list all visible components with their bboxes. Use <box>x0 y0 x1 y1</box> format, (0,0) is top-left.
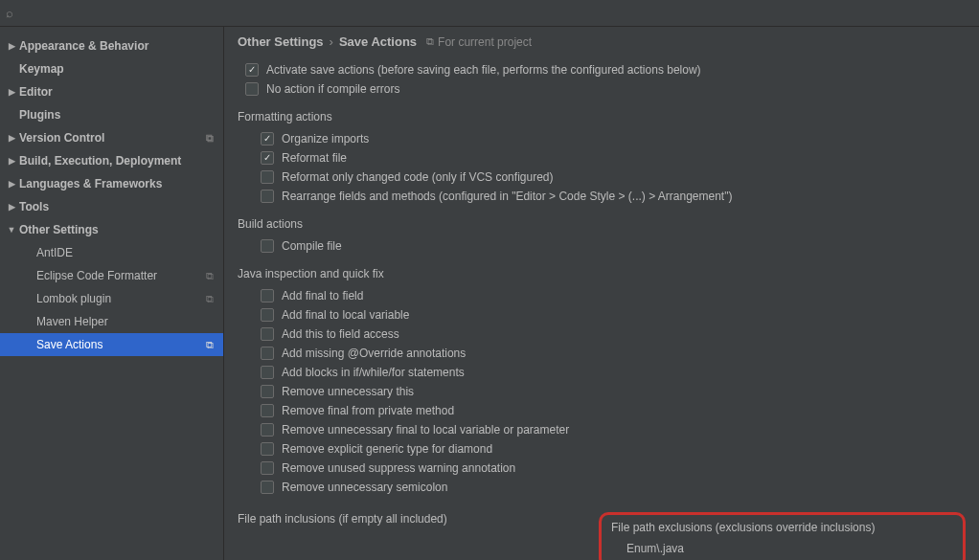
checkbox[interactable] <box>261 190 274 203</box>
checkbox-row[interactable]: Remove final from private method <box>238 401 966 420</box>
search-input[interactable] <box>17 7 973 20</box>
sidebar-item-label: Tools <box>19 200 49 213</box>
checkbox-label: Compile file <box>282 239 342 253</box>
checkbox[interactable] <box>261 151 274 165</box>
chevron-right-icon: ▶ <box>6 156 17 166</box>
checkbox-label: Remove unnecessary final to local variab… <box>282 423 569 437</box>
sidebar-item-label: Lombok plugin <box>36 292 111 305</box>
checkbox[interactable] <box>261 308 274 322</box>
sidebar-item-save-actions[interactable]: Save Actions⧉ <box>0 333 223 356</box>
checkbox-label: Remove final from private method <box>282 404 454 417</box>
sidebar-item-editor[interactable]: ▶Editor <box>0 80 223 103</box>
checkbox-row[interactable]: Add final to field <box>238 286 966 305</box>
settings-sidebar: ▶Appearance & BehaviorKeymap▶EditorPlugi… <box>0 27 224 560</box>
section-title: Formatting actions <box>238 110 966 123</box>
checkbox-row[interactable]: Add this to field access <box>238 325 966 344</box>
sidebar-item-label: Maven Helper <box>36 315 108 328</box>
chevron-right-icon: ▶ <box>6 133 17 143</box>
content-pane: Other Settings › Save Actions ⧉ For curr… <box>224 27 979 560</box>
search-icon: ⌕ <box>6 6 13 20</box>
project-scope-text: For current project <box>438 35 532 49</box>
checkbox-row[interactable]: Remove unnecessary this <box>238 382 966 401</box>
checkbox-row[interactable]: Reformat file <box>238 148 966 168</box>
checkbox-label: Add final to local variable <box>282 308 409 322</box>
checkbox-row[interactable]: Organize imports <box>238 129 966 148</box>
checkbox[interactable] <box>261 366 274 379</box>
sidebar-item-antide[interactable]: AntIDE <box>0 241 223 264</box>
checkbox-label: Reformat only changed code (only if VCS … <box>282 170 553 184</box>
checkbox-row[interactable]: Add missing @Override annotations <box>238 344 966 363</box>
project-scope-icon: ⧉ <box>206 132 214 145</box>
checkbox-label: Add missing @Override annotations <box>282 347 466 360</box>
project-scope-icon: ⧉ <box>206 339 214 351</box>
chevron-right-icon: ▶ <box>6 179 17 189</box>
checkbox[interactable] <box>261 132 274 146</box>
sidebar-item-lombok-plugin[interactable]: Lombok plugin⧉ <box>0 287 223 310</box>
checkbox-label: Remove unnecessary this <box>282 385 414 398</box>
exclusions-title: File path exclusions (exclusions overrid… <box>611 521 953 534</box>
sidebar-item-maven-helper[interactable]: Maven Helper <box>0 310 223 333</box>
chevron-right-icon: ▶ <box>6 41 17 51</box>
chevron-right-icon: ▶ <box>6 87 17 97</box>
checkbox-row[interactable]: Reformat only changed code (only if VCS … <box>238 168 966 187</box>
exclusions-list-item[interactable]: Enum\.java <box>611 542 953 555</box>
checkbox-label: Organize imports <box>282 132 369 146</box>
checkbox-row[interactable]: Rearrange fields and methods (configured… <box>238 187 966 206</box>
sidebar-item-keymap[interactable]: Keymap <box>0 57 223 80</box>
checkbox[interactable] <box>245 82 259 96</box>
checkbox[interactable] <box>261 239 274 253</box>
checkbox[interactable] <box>261 481 274 494</box>
checkbox-row[interactable]: Add blocks in if/while/for statements <box>238 363 966 382</box>
checkbox-row[interactable]: Remove unnecessary final to local variab… <box>238 420 966 439</box>
checkbox[interactable] <box>261 170 274 184</box>
project-scope-icon: ⧉ <box>206 293 214 305</box>
path-panels: File path inclusions (if empty all inclu… <box>238 512 966 560</box>
search-bar: ⌕ <box>0 0 979 27</box>
checkbox[interactable] <box>261 423 274 437</box>
checkbox-row[interactable]: Remove unused suppress warning annotatio… <box>238 459 966 478</box>
checkbox-label: Rearrange fields and methods (configured… <box>282 190 732 203</box>
checkbox-label: Activate save actions (before saving eac… <box>266 63 701 77</box>
project-scope-icon: ⧉ <box>426 35 434 48</box>
sidebar-item-version-control[interactable]: ▶Version Control⧉ <box>0 126 223 149</box>
inclusions-title: File path inclusions (if empty all inclu… <box>238 512 580 526</box>
checkbox[interactable] <box>261 289 274 302</box>
sidebar-item-build-execution-deployment[interactable]: ▶Build, Execution, Deployment <box>0 149 223 172</box>
sidebar-item-label: Keymap <box>19 62 64 76</box>
sidebar-item-label: Appearance & Behavior <box>19 39 148 53</box>
checkbox-row[interactable]: No action if compile errors <box>238 79 966 99</box>
checkbox-row[interactable]: Remove unnecessary semicolon <box>238 478 966 497</box>
checkbox[interactable] <box>261 347 274 360</box>
chevron-down-icon: ▼ <box>6 225 17 235</box>
sidebar-item-label: AntIDE <box>36 246 73 259</box>
checkbox-label: Reformat file <box>282 151 347 165</box>
checkbox[interactable] <box>261 461 274 475</box>
chevron-right-icon: › <box>330 34 333 49</box>
checkbox[interactable] <box>261 327 274 341</box>
sidebar-item-eclipse-code-formatter[interactable]: Eclipse Code Formatter⧉ <box>0 264 223 287</box>
section-title: Java inspection and quick fix <box>238 267 966 280</box>
exclusions-panel: File path exclusions (exclusions overrid… <box>599 512 966 560</box>
checkbox-label: Remove unused suppress warning annotatio… <box>282 461 515 475</box>
sidebar-item-label: Languages & Frameworks <box>19 177 162 190</box>
inclusions-panel: File path inclusions (if empty all inclu… <box>238 512 580 533</box>
chevron-right-icon: ▶ <box>6 202 17 212</box>
checkbox-row[interactable]: Activate save actions (before saving eac… <box>238 60 966 79</box>
sidebar-item-other-settings[interactable]: ▼Other Settings <box>0 218 223 241</box>
checkbox-label: No action if compile errors <box>266 82 399 96</box>
checkbox[interactable] <box>245 63 259 77</box>
checkbox-label: Remove explicit generic type for diamond <box>282 442 492 456</box>
checkbox-row[interactable]: Compile file <box>238 236 966 256</box>
sidebar-item-appearance-behavior[interactable]: ▶Appearance & Behavior <box>0 34 223 57</box>
checkbox-row[interactable]: Remove explicit generic type for diamond <box>238 439 966 459</box>
project-scope-icon: ⧉ <box>206 270 214 282</box>
checkbox[interactable] <box>261 404 274 417</box>
sidebar-item-plugins[interactable]: Plugins <box>0 103 223 126</box>
checkbox-row[interactable]: Add final to local variable <box>238 305 966 325</box>
breadcrumb-parent[interactable]: Other Settings <box>238 34 324 49</box>
sidebar-item-tools[interactable]: ▶Tools <box>0 195 223 218</box>
checkbox[interactable] <box>261 442 274 456</box>
checkbox-label: Remove unnecessary semicolon <box>282 481 447 494</box>
sidebar-item-languages-frameworks[interactable]: ▶Languages & Frameworks <box>0 172 223 195</box>
checkbox[interactable] <box>261 385 274 398</box>
